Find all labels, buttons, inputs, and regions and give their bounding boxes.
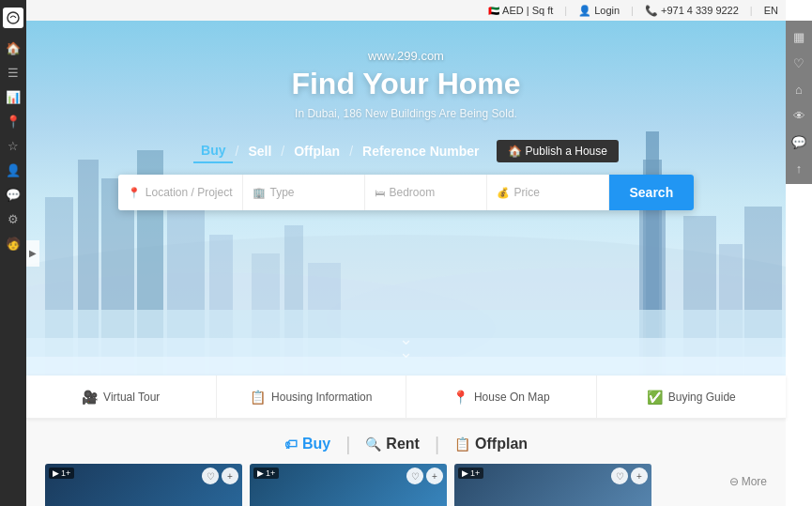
left-sidebar: 🏠 ☰ 📊 📍 ☆ 👤 💬 ⚙ 🧑 xyxy=(0,0,26,506)
right-sidebar: ▦ ♡ ⌂ 👁 💬 ↑ xyxy=(786,21,812,184)
svg-point-0 xyxy=(8,12,19,23)
rs-icon-up[interactable]: ↑ xyxy=(787,156,811,180)
divider-2: | xyxy=(631,5,634,16)
video-badge-3: ▶ 1+ xyxy=(458,468,483,479)
card-add-2[interactable]: + xyxy=(426,468,443,484)
video-badge-2: ▶ 1+ xyxy=(253,468,279,479)
price-icon: 💰 xyxy=(497,187,510,199)
sidebar-icon-chat[interactable]: 💬 xyxy=(3,184,23,205)
quick-link-map[interactable]: 📍 House On Map xyxy=(406,376,597,418)
publish-button[interactable]: 🏠 Publish a House xyxy=(497,140,619,162)
card-actions-3: ♡ + xyxy=(611,468,648,484)
cat-tab-rent[interactable]: 🔍 Rent xyxy=(350,432,435,456)
search-button[interactable]: Search xyxy=(609,175,695,210)
sidebar-icon-settings[interactable]: ⚙ xyxy=(3,208,23,229)
cat-tab-buy[interactable]: 🏷 Buy xyxy=(269,432,345,456)
nav-sep-1: / xyxy=(235,144,238,159)
nav-tab-offplan[interactable]: Offplan xyxy=(286,140,347,162)
bedroom-icon: 🛏 xyxy=(375,187,385,198)
phone-number[interactable]: 📞 +971 4 339 9222 xyxy=(645,5,739,17)
price-field[interactable]: 💰 Price xyxy=(487,175,609,210)
video-badge-1: ▶ 1+ xyxy=(49,468,74,479)
hero-title: Find Your Home xyxy=(291,67,520,101)
buying-guide-icon: ✅ xyxy=(647,390,663,405)
sidebar-icon-chart[interactable]: 📊 xyxy=(3,86,23,107)
divider-3: | xyxy=(750,5,753,16)
location-icon: 📍 xyxy=(128,187,141,199)
rs-icon-home[interactable]: ⌂ xyxy=(787,77,811,101)
bedroom-field[interactable]: 🛏 Bedroom xyxy=(365,175,487,210)
sidebar-icon-home[interactable]: 🏠 xyxy=(3,38,23,58)
card-favorite-3[interactable]: ♡ xyxy=(611,468,628,484)
property-card-2[interactable]: ▶ 1+ ♡ + xyxy=(250,464,447,506)
hero-section: www.299.com Find Your Home In Dubai, 186… xyxy=(26,21,786,376)
top-bar: 🇦🇪 AED | Sq ft | 👤 Login | 📞 +971 4 339 … xyxy=(0,0,786,21)
rs-icon-heart[interactable]: ♡ xyxy=(787,51,811,75)
nav-tab-reference[interactable]: Reference Number xyxy=(355,140,487,162)
cat-tab-offplan[interactable]: 📋 Offplan xyxy=(439,432,543,456)
quick-link-buying-guide[interactable]: ✅ Buying Guide xyxy=(597,376,787,418)
nav-tabs: Buy / Sell / Offplan / Reference Number … xyxy=(193,139,619,163)
quick-link-virtual-tour[interactable]: 🎥 Virtual Tour xyxy=(26,376,217,418)
currency-selector[interactable]: 🇦🇪 AED | Sq ft xyxy=(488,5,553,16)
property-card-3[interactable]: ▶ 1+ ♡ + xyxy=(454,464,651,506)
scroll-chevron[interactable]: ⌄ ⌄ xyxy=(399,330,413,360)
card-actions-1: ♡ + xyxy=(202,468,238,484)
sidebar-icon-star[interactable]: ☆ xyxy=(3,135,23,156)
sidebar-icon-profile[interactable]: 🧑 xyxy=(3,233,23,253)
sidebar-icon-user[interactable]: 👤 xyxy=(3,160,23,180)
category-tabs: 🏷 Buy | 🔍 Rent | 📋 Offplan xyxy=(45,432,767,456)
type-field[interactable]: 🏢 Type xyxy=(243,175,365,210)
sidebar-icon-list[interactable]: ☰ xyxy=(3,62,23,83)
login-link[interactable]: 👤 Login xyxy=(578,5,620,17)
language-selector[interactable]: EN xyxy=(764,5,778,16)
search-bar: 📍 Location / Project 🏢 Type 🛏 Bedroom 💰 … xyxy=(118,175,694,210)
rent-icon: 🔍 xyxy=(365,437,381,452)
nav-sep-3: / xyxy=(349,144,353,159)
user-icon: 👤 xyxy=(578,5,591,17)
quick-link-housing-info[interactable]: 📋 Housing Information xyxy=(217,376,407,418)
logo[interactable] xyxy=(3,8,23,28)
offplan-icon: 📋 xyxy=(454,437,470,452)
hero-content: www.299.com Find Your Home In Dubai, 186… xyxy=(26,21,786,376)
sidebar-icon-pin[interactable]: 📍 xyxy=(3,111,23,131)
more-icon: ⊖ xyxy=(729,475,739,488)
rs-icon-chat[interactable]: 💬 xyxy=(787,130,811,154)
more-link[interactable]: ⊖ More xyxy=(729,475,767,488)
property-card-1[interactable]: ▶ 1+ ♡ + xyxy=(45,464,242,506)
nav-tab-buy[interactable]: Buy xyxy=(193,139,233,163)
card-favorite-2[interactable]: ♡ xyxy=(406,468,423,484)
nav-tab-sell[interactable]: Sell xyxy=(240,140,279,162)
housing-info-icon: 📋 xyxy=(250,390,266,405)
hero-subtitle: In Dubai, 186 New Buildings Are Being So… xyxy=(295,107,517,120)
buy-icon: 🏷 xyxy=(284,437,298,452)
phone-icon: 📞 xyxy=(645,5,658,17)
nav-sep-2: / xyxy=(281,144,284,159)
quick-links-bar: 🎥 Virtual Tour 📋 Housing Information 📍 H… xyxy=(26,376,786,419)
rs-icon-eye[interactable]: 👁 xyxy=(787,103,811,128)
hero-url: www.299.com xyxy=(368,49,444,63)
card-favorite-1[interactable]: ♡ xyxy=(202,468,219,484)
card-add-1[interactable]: + xyxy=(222,468,238,484)
home-icon: 🏠 xyxy=(508,145,522,158)
bottom-section: 🏷 Buy | 🔍 Rent | 📋 Offplan ⊖ More ▶ 1+ ♡… xyxy=(26,419,786,506)
property-cards-row: ▶ 1+ ♡ + ▶ 1+ ♡ + ▶ 1+ ♡ xyxy=(45,464,767,506)
divider-1: | xyxy=(564,5,567,16)
rs-icon-grid[interactable]: ▦ xyxy=(787,24,811,49)
map-icon: 📍 xyxy=(452,390,468,405)
location-field[interactable]: 📍 Location / Project xyxy=(118,175,243,210)
type-icon: 🏢 xyxy=(253,187,266,199)
card-add-3[interactable]: + xyxy=(631,468,648,484)
card-actions-2: ♡ + xyxy=(406,468,443,484)
sidebar-expand-button[interactable]: ▶ xyxy=(26,240,39,267)
virtual-tour-icon: 🎥 xyxy=(82,390,98,405)
